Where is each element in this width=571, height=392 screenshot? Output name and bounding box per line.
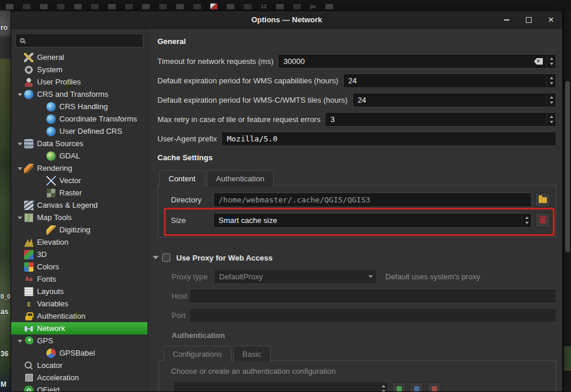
chevron-down-icon[interactable] [15,140,24,148]
field-label: Default expiration period for WMS-C/WMTS… [157,96,348,104]
proxy-type-row: Proxy type DefaultProxy Default uses sys… [172,269,556,284]
directory-value: /home/webmaster/.cache/QGIS/QGIS3 [214,195,370,204]
window-controls [502,11,555,29]
spin-up-icon[interactable] [547,113,556,120]
scrollbar-thumb[interactable] [565,81,570,252]
sidebar-item-vector[interactable]: Vector [11,174,147,187]
use-proxy-checkbox[interactable] [162,254,170,262]
search-input[interactable] [28,36,139,45]
sidebar-item-data-sources[interactable]: Data Sources [11,137,147,150]
sidebar-item-digitizing[interactable]: Digitizing [11,224,147,236]
options-dialog: Options — Network General System User Pr… [11,11,563,392]
chevron-down-icon[interactable] [15,337,24,345]
spin-up-icon[interactable] [547,93,556,100]
sidebar-item-fonts[interactable]: Fonts [11,273,147,285]
sidebar-item-rendering[interactable]: Rendering [11,162,147,174]
sidebar-search[interactable] [15,33,143,48]
sidebar-item-crs-and-transforms[interactable]: CRS and Transforms [11,88,147,100]
remove-config-button[interactable] [427,382,441,392]
sidebar-item-canvas-legend[interactable]: Canvas & Legend [11,199,147,211]
map-label-fragment: 36 [1,350,8,358]
sidebar-item-coordinate-transforms[interactable]: Coordinate Transforms [11,113,147,125]
spinner-buttons[interactable] [522,214,531,227]
mountain-icon [24,238,33,247]
sidebar-item-network[interactable]: Network [11,322,147,334]
spin-down-icon[interactable] [522,221,531,228]
sidebar-item-gpsbabel[interactable]: GPSBabel [11,347,147,359]
spin-up-icon[interactable] [522,214,531,221]
tab-basic[interactable]: Basic [233,346,271,361]
tab-configurations[interactable]: Configurations [163,346,231,361]
sidebar-item-crs-handling[interactable]: CRS Handling [11,100,147,113]
max-retry-spinbox[interactable]: 3 [325,112,556,127]
spinner-buttons[interactable] [546,55,556,68]
sidebar-item-acceleration[interactable]: Acceleration [11,371,147,384]
tab-content[interactable]: Content [159,170,205,186]
auth-config-dropdown[interactable] [173,381,388,391]
sidebar-item-raster[interactable]: Raster [11,187,147,199]
spin-down-icon[interactable] [547,100,556,107]
user-agent-input[interactable]: Mozilla/5.0 [221,131,556,146]
port-input[interactable] [189,308,556,323]
spin-down-icon[interactable] [547,62,556,69]
spinner-buttons[interactable] [378,382,388,391]
toolbar-icon [23,4,31,9]
cache-directory-input[interactable]: /home/webmaster/.cache/QGIS/QGIS3 [213,192,532,207]
scrollbar-track[interactable] [564,11,571,392]
sidebar-item-authentication[interactable]: Authentication [11,310,147,322]
sidebar-item-system[interactable]: System [11,63,147,76]
tab-authentication[interactable]: Authentication [207,170,274,186]
map-label-fragment: ro [1,23,8,32]
sidebar-item-label: GDAL [59,151,80,160]
chevron-down-icon[interactable] [15,214,24,222]
sidebar-item-3d[interactable]: 3D [11,248,147,261]
sidebar-item-general[interactable]: General [11,51,147,63]
section-title-cache-settings: Cache Settings [157,153,556,162]
spinner-buttons[interactable] [546,74,556,87]
timeout-spinbox[interactable]: 30000 [278,54,556,69]
proxy-group-header: Use Proxy for Web Access [153,253,556,262]
sidebar-item-map-tools[interactable]: Map Tools [11,211,147,224]
spinner-buttons[interactable] [546,113,556,126]
sidebar-item-variables[interactable]: Variables [11,298,147,310]
maximize-button[interactable] [525,16,533,24]
dialog-titlebar[interactable]: Options — Network [11,11,562,29]
sidebar-item-gdal[interactable]: GDAL [11,150,147,162]
sidebar-item-qfield[interactable]: QField [11,384,147,391]
spin-up-icon[interactable] [547,74,556,81]
spin-up-icon[interactable] [547,55,556,62]
minimize-button[interactable] [502,16,510,24]
chevron-down-icon[interactable] [15,164,24,173]
sidebar-item-colors[interactable]: Colors [11,261,147,273]
browse-folder-button[interactable] [535,192,550,207]
spinner-buttons[interactable] [546,93,556,107]
chevron-down-icon[interactable] [153,256,159,262]
cache-size-combobox[interactable]: Smart cache size [213,213,532,228]
field-label: Timeout for network requests (ms) [157,57,273,66]
sidebar-item-elevation[interactable]: Elevation [11,236,147,248]
sidebar-item-label: Locator [37,361,62,370]
clear-icon[interactable] [534,58,543,65]
toolbar-icon [6,4,14,9]
close-button[interactable] [547,16,555,24]
host-input[interactable] [189,289,556,303]
size-label: Size [171,216,213,225]
chevron-down-icon[interactable] [15,90,24,99]
add-config-button[interactable] [392,382,406,392]
spin-down-icon[interactable] [547,81,556,88]
spin-down-icon[interactable] [547,120,556,127]
spin-down-icon[interactable] [379,389,388,392]
sidebar-item-layouts[interactable]: Layouts [11,285,147,298]
sidebar-item-user-profiles[interactable]: User Profiles [11,76,147,88]
edit-config-button[interactable] [409,382,424,392]
proxy-type-dropdown[interactable]: DefaultProxy [214,269,377,284]
sidebar-item-gps[interactable]: GPS [11,334,147,347]
wmts-expiration-spinbox[interactable]: 24 [352,93,556,107]
sidebar-item-user-defined-crs[interactable]: User Defined CRS [11,125,147,137]
gpsbabel-icon [46,349,56,358]
sidebar-item-locator[interactable]: Locator [11,359,147,371]
clear-cache-button[interactable] [535,213,550,228]
toolbar-icon [244,4,251,9]
wms-expiration-spinbox[interactable]: 24 [343,73,556,88]
spin-up-icon[interactable] [379,382,388,389]
